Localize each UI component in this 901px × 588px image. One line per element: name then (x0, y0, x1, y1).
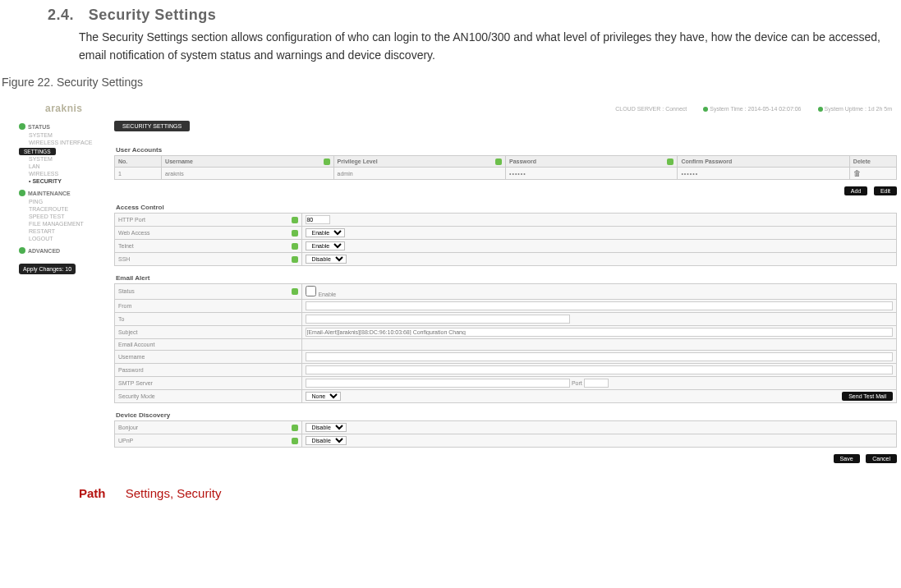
col-privilege: Privilege Level (333, 156, 505, 168)
http-port-input[interactable] (306, 215, 330, 224)
device-discovery-title: Device Discovery (116, 411, 897, 419)
bonjour-select[interactable]: Disable (306, 423, 347, 432)
sidebar-group-advanced[interactable]: ADVANCED (19, 246, 104, 255)
row-http-port: HTTP Port (115, 214, 897, 227)
sidebar: STATUS SYSTEM WIRELESS INTERFACE SETTING… (1, 118, 108, 471)
col-password: Password (505, 156, 677, 168)
sidebar-group-settings[interactable]: SETTINGS (19, 148, 56, 155)
path-label: Path (79, 486, 106, 500)
row-email-account: Email Account (115, 339, 897, 351)
user-accounts-table: No. Username Privilege Level Password Co… (114, 155, 897, 180)
smtp-input[interactable] (306, 379, 570, 388)
username-input[interactable] (306, 352, 893, 361)
row-status: Status Enable (115, 284, 897, 300)
device-discovery-table: Bonjour Disable UPnP Disable (114, 420, 897, 448)
sidebar-item-status-wireless[interactable]: WIRELESS INTERFACE (19, 139, 104, 146)
sidebar-item-maint-traceroute[interactable]: TRACEROUTE (19, 205, 104, 213)
sidebar-group-maintenance[interactable]: MAINTENANCE (19, 188, 104, 198)
cell-delete[interactable]: 🗑 (849, 168, 896, 180)
help-icon[interactable] (292, 288, 298, 295)
subject-input[interactable] (306, 328, 893, 337)
add-button[interactable]: Add (844, 186, 867, 195)
smtp-port-label: Port (572, 380, 582, 386)
cancel-button[interactable]: Cancel (866, 454, 897, 463)
col-no: No. (115, 156, 162, 168)
row-to: To (115, 313, 897, 326)
row-subject: Subject (115, 326, 897, 339)
email-alert-title: Email Alert (116, 274, 897, 282)
sidebar-item-maint-restart[interactable]: RESTART (19, 227, 104, 235)
trash-icon[interactable]: 🗑 (853, 169, 861, 177)
table-row: 1 araknis admin •••••• •••••• 🗑 (115, 168, 897, 180)
row-ssh: SSH Disable (115, 253, 897, 266)
help-icon[interactable] (292, 425, 298, 431)
from-input[interactable] (306, 301, 893, 310)
col-confirm: Confirm Password (678, 156, 849, 168)
web-access-select[interactable]: Enable (306, 228, 345, 237)
password-input[interactable] (306, 365, 893, 374)
telnet-select[interactable]: Enable (306, 241, 345, 250)
help-icon[interactable] (292, 256, 298, 263)
send-test-mail-button[interactable]: Send Test Mail (842, 392, 893, 401)
upnp-select[interactable]: Disable (306, 436, 347, 445)
status-checkbox[interactable] (306, 286, 316, 296)
sidebar-item-maint-logout[interactable]: LOGOUT (19, 235, 104, 242)
apply-changes-button[interactable]: Apply Changes: 10 (19, 264, 76, 274)
cell-privilege[interactable]: admin (333, 168, 505, 180)
access-control-title: Access Control (116, 204, 897, 211)
sidebar-item-maint-ping[interactable]: PING (19, 198, 104, 205)
sidebar-item-maint-speedtest[interactable]: SPEED TEST (19, 213, 104, 220)
help-icon[interactable] (324, 158, 330, 165)
col-delete: Delete (849, 156, 896, 168)
row-security-mode: Security Mode None Send Test Mail (115, 390, 897, 403)
figure-caption: Figure 22. Security Settings (2, 76, 901, 89)
sidebar-item-maint-filemgmt[interactable]: FILE MANAGEMENT (19, 220, 104, 227)
sidebar-item-status-system[interactable]: SYSTEM (19, 131, 104, 139)
security-mode-select[interactable]: None (306, 392, 341, 401)
section-description: The Security Settings section allows con… (79, 29, 900, 64)
help-icon[interactable] (292, 217, 298, 223)
help-icon[interactable] (667, 158, 673, 165)
cell-no: 1 (115, 168, 162, 180)
row-username: Username (115, 351, 897, 364)
email-alert-table: Status Enable From To Subject Email Acco… (114, 283, 897, 403)
section-title: Security Settings (89, 7, 217, 24)
screenshot-topbar: araknis CLOUD SERVER : Connect System Ti… (1, 99, 900, 118)
user-accounts-title: User Accounts (116, 146, 897, 154)
section-number: 2.4. (48, 7, 74, 24)
page-title-chip: SECURITY SETTINGS (114, 121, 190, 131)
row-smtp: SMTP Server Port (115, 377, 897, 390)
access-control-table: HTTP Port Web Access Enable Telnet Enabl… (114, 213, 897, 266)
brand-logo: araknis (9, 103, 83, 114)
path-value: Settings, Security (126, 486, 222, 500)
save-button[interactable]: Save (834, 454, 860, 463)
row-from: From (115, 300, 897, 313)
help-icon[interactable] (292, 230, 298, 237)
row-upnp: UPnP Disable (115, 434, 897, 448)
help-icon[interactable] (292, 243, 298, 250)
cloud-server-status: CLOUD SERVER : Connect (615, 106, 687, 112)
cell-password[interactable]: •••••• (505, 168, 677, 180)
cell-confirm[interactable]: •••••• (678, 168, 849, 180)
sidebar-item-settings-wireless[interactable]: WIRELESS (19, 170, 104, 177)
to-input[interactable] (306, 315, 570, 324)
system-time: System Time : 2014-05-14 02:07:06 (703, 106, 801, 112)
sidebar-item-settings-system[interactable]: SYSTEM (19, 155, 104, 163)
smtp-port-input[interactable] (584, 379, 609, 388)
row-telnet: Telnet Enable (115, 240, 897, 253)
ssh-select[interactable]: Disable (306, 255, 347, 264)
row-web-access: Web Access Enable (115, 227, 897, 240)
security-settings-screenshot: araknis CLOUD SERVER : Connect System Ti… (1, 99, 900, 471)
sidebar-item-settings-lan[interactable]: LAN (19, 163, 104, 170)
help-icon[interactable] (292, 438, 298, 444)
main-panel: SECURITY SETTINGS User Accounts No. User… (108, 118, 900, 471)
cell-username[interactable]: araknis (162, 168, 333, 180)
sidebar-group-status[interactable]: STATUS (19, 122, 104, 131)
edit-button[interactable]: Edit (874, 186, 897, 195)
row-bonjour: Bonjour Disable (115, 421, 897, 434)
col-username: Username (162, 156, 333, 168)
help-icon[interactable] (495, 158, 502, 165)
path-row: Path Settings, Security (79, 486, 901, 500)
doc-section: 2.4. Security Settings The Security Sett… (0, 0, 901, 89)
sidebar-item-settings-security[interactable]: • SECURITY (19, 177, 104, 185)
